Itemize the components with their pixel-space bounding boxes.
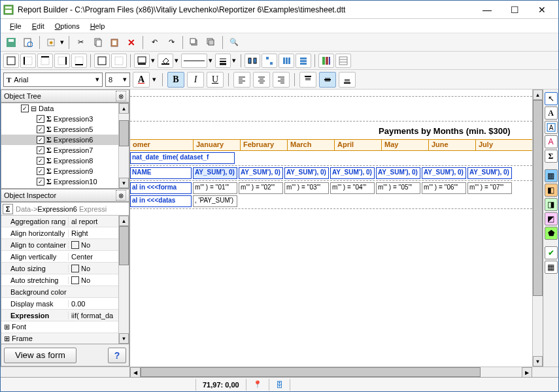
menu-file[interactable]: File — [5, 21, 27, 31]
align-left-button[interactable] — [233, 72, 250, 88]
svg-rect-41 — [288, 57, 290, 64]
report-title: Payments by Months (min. $300) — [379, 126, 511, 136]
close-button[interactable]: ✕ — [528, 2, 556, 18]
maximize-button[interactable]: ☐ — [501, 2, 528, 18]
tool-shape-1[interactable]: ◧ — [545, 184, 558, 197]
inspector-pin-button[interactable]: ⊗ — [116, 190, 126, 201]
bring-front-button[interactable] — [186, 35, 202, 50]
new-object-button[interactable]: ✷ — [43, 35, 59, 50]
align-dist-2[interactable] — [262, 54, 277, 68]
expr-format[interactable]: al in <<<forma — [130, 182, 192, 194]
copy-button[interactable] — [90, 35, 105, 50]
border-color[interactable] — [134, 54, 150, 68]
svg-rect-48 — [339, 57, 347, 65]
border-bottom[interactable] — [71, 54, 87, 68]
align-center-button[interactable] — [253, 72, 270, 88]
svg-rect-36 — [254, 58, 256, 63]
border-none[interactable] — [111, 54, 127, 68]
undo-button[interactable]: ↶ — [146, 35, 162, 50]
bold-button[interactable]: B — [167, 72, 184, 88]
expr-datetime[interactable]: nat_date_time( dataset_f — [130, 152, 235, 164]
svg-rect-20 — [41, 57, 49, 65]
underline-button[interactable]: U — [207, 72, 224, 88]
border-toolbar: ▾ ▾ ▾ ▾ — [1, 52, 558, 70]
align-dist-1[interactable] — [245, 54, 260, 68]
inspector-selector[interactable]: Σ Data->Expression6 Expressi — [1, 203, 129, 216]
status-icon-1: 📍 — [253, 380, 262, 389]
tool-pointer[interactable]: ↖ — [545, 92, 558, 105]
object-tree[interactable]: ✓⊟ Data ✓ΣExpression3 ✓ΣExpression5 ✓ΣEx… — [1, 103, 129, 189]
options-button[interactable] — [335, 54, 351, 68]
align-right-button[interactable] — [273, 72, 290, 88]
tree-item-selected: ✓ΣExpression6 — [1, 135, 129, 145]
svg-rect-39 — [283, 57, 285, 64]
svg-rect-46 — [326, 57, 328, 65]
tool-label[interactable]: A — [545, 106, 558, 120]
svg-rect-17 — [7, 57, 15, 65]
line-width[interactable] — [215, 54, 231, 68]
line-style-dd[interactable]: ▾ — [207, 56, 214, 65]
tree-scrollbar[interactable]: ▲ ▼ — [118, 103, 129, 188]
report-canvas[interactable]: Payments by Months (min. $300) omer Janu… — [130, 90, 532, 367]
property-grid[interactable]: Aggregation rangal report▾ Align horizon… — [1, 216, 129, 344]
font-color-dd[interactable]: ▾ — [151, 75, 158, 84]
border-top[interactable] — [37, 54, 53, 68]
fill-color-dd[interactable]: ▾ — [173, 56, 180, 65]
align-dist-3[interactable] — [279, 54, 294, 68]
find-button[interactable]: 🔍 — [226, 35, 242, 50]
tool-shape-4[interactable]: ⬟ — [545, 227, 558, 240]
send-back-button[interactable] — [203, 35, 219, 50]
tool-grid[interactable]: ▦ — [545, 261, 558, 274]
border-outer[interactable] — [94, 54, 110, 68]
redo-button[interactable]: ↷ — [163, 35, 179, 50]
border-left[interactable] — [20, 54, 36, 68]
line-width-dd[interactable]: ▾ — [231, 56, 237, 65]
canvas-vscrollbar[interactable]: ▲▼ — [532, 90, 543, 367]
expr-sum-selected[interactable]: AY_SUM'), 0) — [193, 167, 237, 179]
border-right[interactable] — [54, 54, 70, 68]
object-tree-header: Object Tree ⊗ — [1, 90, 129, 103]
new-object-dropdown[interactable]: ▾ — [59, 38, 65, 46]
svg-rect-18 — [24, 57, 32, 65]
font-color-button[interactable]: A — [133, 72, 150, 88]
statusbar: 71,97: 0,00 📍 🗄 — [1, 377, 558, 391]
fill-color[interactable] — [158, 54, 173, 68]
menu-options[interactable]: Options — [50, 21, 85, 31]
align-dist-4[interactable] — [296, 54, 311, 68]
tool-shape-3[interactable]: ◩ — [545, 212, 558, 225]
tree-pin-button[interactable]: ⊗ — [116, 91, 126, 101]
valign-top-button[interactable] — [299, 72, 316, 88]
border-all[interactable] — [3, 54, 19, 68]
svg-rect-47 — [329, 57, 330, 65]
cut-button[interactable]: ✂ — [73, 35, 88, 50]
expr-dataset[interactable]: al in <<<datas — [130, 195, 192, 207]
delete-button[interactable]: ✕ — [124, 35, 139, 50]
save-button[interactable] — [3, 35, 19, 50]
font-size-select[interactable]: 8 ▾ — [105, 73, 130, 87]
tool-richtext[interactable]: A — [545, 135, 558, 148]
tool-check[interactable]: ✔ — [545, 246, 558, 259]
tool-image[interactable]: ▦ — [545, 169, 558, 182]
valign-middle-button[interactable] — [319, 72, 336, 88]
tool-expression[interactable]: Σ — [545, 150, 558, 163]
inspector-scrollbar[interactable]: ▲▼ — [118, 216, 129, 344]
tool-shape-2[interactable]: ◨ — [545, 198, 558, 211]
preview-button[interactable] — [20, 35, 36, 50]
menu-help[interactable]: Help — [85, 21, 110, 31]
minimize-button[interactable]: — — [473, 2, 501, 18]
svg-rect-38 — [270, 62, 273, 65]
help-button[interactable]: ? — [108, 348, 126, 363]
valign-bottom-button[interactable] — [339, 72, 356, 88]
font-family-select[interactable]: T Arial ▾ — [3, 73, 103, 87]
border-color-dd[interactable]: ▾ — [150, 56, 156, 65]
menubar: File Edit Options Help — [1, 19, 558, 33]
menu-edit[interactable]: Edit — [27, 21, 50, 31]
italic-button[interactable]: I — [187, 72, 204, 88]
canvas-hscrollbar[interactable]: ◀ ▶ — [130, 367, 532, 377]
grid-button[interactable] — [318, 54, 334, 68]
view-as-form-button[interactable]: View as form — [4, 348, 76, 363]
expr-name[interactable]: NAME — [130, 167, 192, 179]
line-style[interactable] — [181, 54, 207, 68]
paste-button[interactable] — [107, 35, 122, 50]
tool-text[interactable]: A — [545, 121, 558, 134]
